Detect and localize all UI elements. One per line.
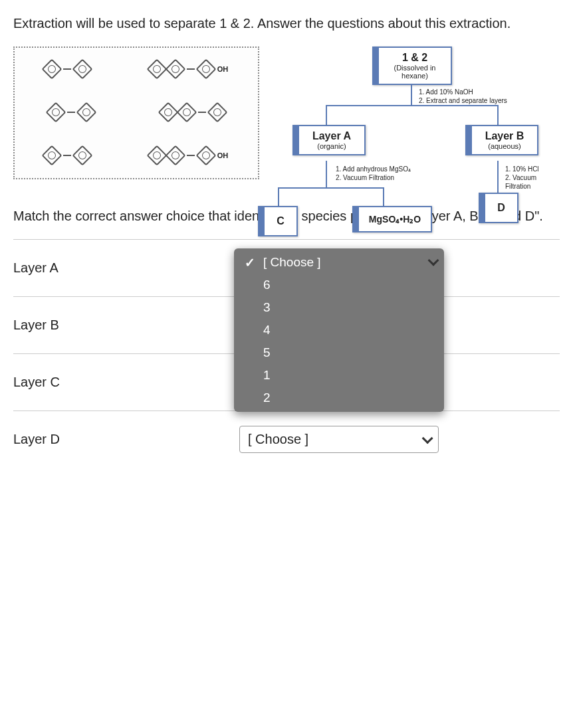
molecule-4 — [161, 105, 225, 120]
flow-top-title: 1 & 2 — [402, 52, 427, 63]
molecule-3 — [49, 105, 94, 120]
layer-b-box: Layer B (aqueous) — [465, 125, 538, 155]
molecule-1 — [45, 62, 90, 76]
figure-area: OH OH 1 & 2 (Dissolved in hexane) 1. Add… — [13, 46, 560, 179]
option-5[interactable]: 5 — [234, 341, 444, 364]
row-layer-d: Layer D [ Choose ] — [13, 411, 560, 468]
molecule-box: OH OH — [13, 46, 259, 179]
option-4[interactable]: 4 — [234, 319, 444, 341]
chevron-down-icon — [422, 432, 433, 444]
match-block: Layer A [ Choose ] Layer B [ Choose ] La… — [13, 239, 560, 468]
molecule-5 — [45, 148, 90, 163]
label-layer-c: Layer C — [13, 375, 239, 390]
option-3[interactable]: 3 — [234, 296, 444, 319]
option-2[interactable]: 2 — [234, 387, 444, 409]
layer-a-box: Layer A (organic) — [292, 125, 366, 155]
molecule-2: OH — [150, 62, 229, 76]
step-b-text: 1. 10% HCl2. Vacuum Filtration — [505, 165, 560, 191]
label-layer-a: Layer A — [13, 260, 239, 276]
d-box: D — [479, 193, 518, 223]
mgso4-box: MgSO₄•H₂O — [352, 206, 432, 232]
label-layer-d: Layer D — [13, 432, 239, 447]
flow-top-sub: (Dissolved in hexane) — [386, 64, 444, 80]
label-layer-b: Layer B — [13, 318, 239, 333]
c-box: C — [258, 206, 298, 236]
flow-chart: 1 & 2 (Dissolved in hexane) 1. Add 10% N… — [273, 46, 560, 179]
option-1[interactable]: 1 — [234, 364, 444, 387]
molecule-6: OH — [150, 148, 229, 163]
intro-text: Extraction will be used to separate 1 & … — [13, 13, 560, 33]
step1-text: 1. Add 10% NaOH2. Extract and separate l… — [419, 88, 507, 105]
flow-top-box: 1 & 2 (Dissolved in hexane) — [372, 46, 452, 85]
option-choose[interactable]: [ Choose ] — [234, 251, 444, 274]
dropdown-open[interactable]: [ Choose ] 6 3 4 5 1 2 — [234, 248, 444, 412]
select-layer-d[interactable]: [ Choose ] — [239, 426, 439, 453]
option-6[interactable]: 6 — [234, 274, 444, 296]
step-a-text: 1. Add anhydrous MgSO₄2. Vacuum Filtrati… — [336, 165, 411, 182]
